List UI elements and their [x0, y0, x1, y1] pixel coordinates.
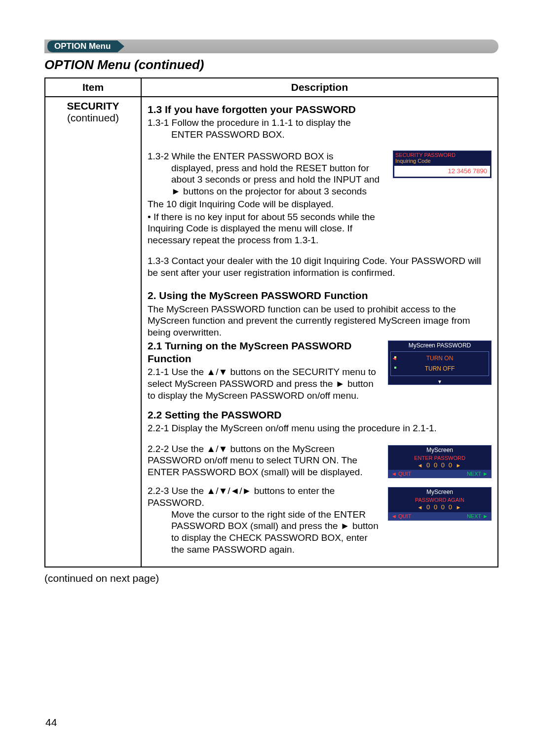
osd3b-title: MyScreen [388, 488, 491, 497]
heading-2-1: 2.1 Turning on the MyScreen PASSWORD Fun… [148, 340, 383, 366]
osd2-option-turn-off: TURN OFF [395, 364, 485, 374]
osd3b-quit: QUIT [398, 513, 411, 519]
osd3a-next: NEXT [467, 471, 481, 477]
section-tab: OPTION Menu [47, 40, 117, 52]
p-1-3-1: 1.3-1 Follow the procedure in 1.1-1 to d… [148, 117, 492, 141]
p-2: The MyScreen PASSWORD function can be us… [148, 303, 492, 339]
osd3a-digits: 0 0 0 0 [426, 461, 453, 469]
p-1-3-2c: The 10 digit Inquiring Code will be disp… [148, 198, 388, 210]
p132b: displayed, press and hold the RESET butt… [148, 162, 388, 197]
description-cell: 1.3 If you have forgotten your PASSWORD … [141, 97, 498, 567]
osd1-sub: Inquiring Code [393, 158, 491, 165]
p221: 2.2-1 Display the MyScreen on/off menu u… [148, 423, 437, 433]
p223b: Move the cursor to the right side of the… [148, 509, 383, 556]
p-2-1-1: 2.1-1 Use the ▲/▼ buttons on the SECURIT… [148, 366, 383, 401]
osd3b-next: NEXT [467, 513, 481, 519]
p-2-2-1: 2.2-1 Display the MyScreen on/off menu u… [148, 422, 492, 434]
h21b: Function [148, 353, 191, 364]
p-1-3-2a: 1.3-2 While the ENTER PASSWORD BOX is di… [148, 151, 388, 197]
osd-enter-password: MyScreen ENTER PASSWORD ◄ 0 0 0 0 ► ◄ QU… [388, 445, 492, 479]
page-number: 44 [45, 717, 57, 728]
heading-1-3: 1.3 If you have forgotten your PASSWORD [148, 103, 492, 116]
osd1-title: SECURITY PASSWORD [393, 151, 491, 158]
heading-2: 2. Using the MyScreen PASSWORD Function [148, 289, 492, 302]
osd3a-title: MyScreen [388, 446, 491, 455]
continued-note: (continued on next page) [44, 572, 498, 584]
p-2-2-3: 2.2-3 Use the ▲/▼/◄/► buttons to enter t… [148, 485, 383, 556]
p223: 2.2-3 Use the ▲/▼/◄/► buttons to enter t… [148, 486, 335, 508]
p-2-2-2: 2.2-2 Use the ▲/▼ buttons on the MyScree… [148, 443, 383, 478]
osd-myscreen-password-menu: MyScreen PASSWORD ◄ TURN ON TURN OFF ▼ [388, 340, 492, 385]
osd3a-sub: ENTER PASSWORD [388, 455, 491, 461]
p132a: 1.3-2 While the ENTER PASSWORD BOX is [148, 151, 334, 161]
osd3a-quit: QUIT [398, 471, 411, 477]
p133: 1.3-3 Contact your dealer with the 10 di… [148, 256, 481, 278]
p-1-3-2d: • If there is no key input for about 55 … [148, 211, 388, 246]
p-1-3-1b: ENTER PASSWORD BOX. [148, 129, 492, 141]
section-tab-bar: OPTION Menu [44, 39, 498, 53]
option-table: Item Description SECURITY (continued) 1.… [44, 77, 498, 567]
section-title: OPTION Menu (continued) [44, 57, 498, 73]
osd2-title: MyScreen PASSWORD [388, 341, 491, 350]
osd2-opt1-label: TURN ON [397, 355, 482, 362]
col-header-desc: Description [141, 78, 498, 97]
osd3b-digits: 0 0 0 0 [426, 503, 453, 511]
item-name: SECURITY [48, 100, 138, 112]
osd2-option-turn-on: ◄ TURN ON [395, 354, 485, 363]
item-sub: (continued) [48, 112, 138, 124]
p222: 2.2-2 Use the ▲/▼ buttons on the MyScree… [148, 444, 363, 478]
col-header-item: Item [45, 78, 141, 97]
p211: 2.1-1 Use the ▲/▼ buttons on the SECURIT… [148, 367, 376, 401]
item-cell: SECURITY (continued) [45, 97, 141, 567]
heading-2-2: 2.2 Setting the PASSWORD [148, 409, 492, 421]
osd1-code: 12 3456 7890 [394, 166, 490, 177]
h21a: 2.1 Turning on the MyScreen PASSWORD [148, 340, 351, 351]
p-1-3-1a: 1.3-1 Follow the procedure in 1.1-1 to d… [148, 117, 351, 128]
osd3b-sub: PASSWORD AGAIN [388, 497, 491, 503]
osd-inquiring-code: SECURITY PASSWORD Inquiring Code 12 3456… [393, 151, 492, 178]
osd-password-again: MyScreen PASSWORD AGAIN ◄ 0 0 0 0 ► ◄ QU… [388, 487, 492, 521]
p-1-3-3: 1.3-3 Contact your dealer with the 10 di… [148, 255, 492, 279]
osd2-opt2-label: TURN OFF [397, 366, 482, 372]
